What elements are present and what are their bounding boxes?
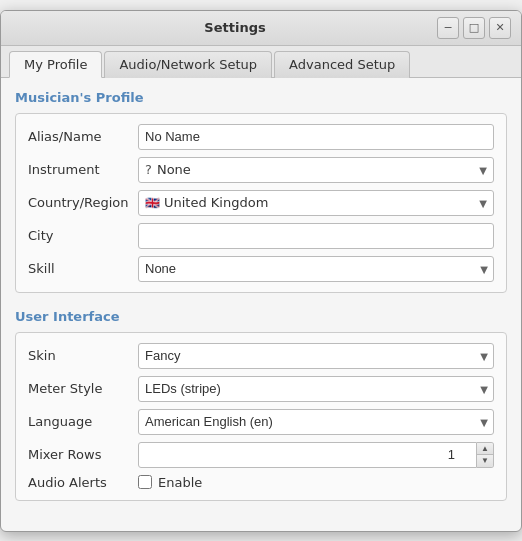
city-control [138, 223, 494, 249]
instrument-icon: ? [145, 162, 152, 177]
country-select[interactable]: 🇬🇧 United Kingdom ▼ [138, 190, 494, 216]
country-label: Country/Region [28, 195, 138, 210]
titlebar: Settings − □ ✕ [1, 11, 521, 46]
language-row: Language American English (en) British E… [28, 409, 494, 435]
meter-style-control: LEDs (stripe) LEDs (block) Classic ▼ [138, 376, 494, 402]
titlebar-controls: − □ ✕ [437, 17, 511, 39]
language-control: American English (en) British English (e… [138, 409, 494, 435]
spinner-up-button[interactable]: ▲ [477, 443, 493, 456]
tab-audio-network-setup[interactable]: Audio/Network Setup [104, 51, 272, 78]
alias-control [138, 124, 494, 150]
enable-label[interactable]: Enable [158, 475, 202, 490]
skill-label: Skill [28, 261, 138, 276]
skin-select[interactable]: Fancy Classic Dark [138, 343, 494, 369]
instrument-control: ? None ▼ [138, 157, 494, 183]
country-row: Country/Region 🇬🇧 United Kingdom ▼ [28, 190, 494, 216]
country-value: United Kingdom [164, 195, 487, 210]
enable-checkbox-wrapper: Enable [138, 475, 494, 490]
city-row: City [28, 223, 494, 249]
language-select-wrapper: American English (en) British English (e… [138, 409, 494, 435]
tab-advanced-setup[interactable]: Advanced Setup [274, 51, 410, 78]
user-interface-box: Skin Fancy Classic Dark ▼ [15, 332, 507, 501]
settings-window: Settings − □ ✕ My Profile Audio/Network … [0, 10, 522, 532]
instrument-value: None [157, 162, 487, 177]
tabs-bar: My Profile Audio/Network Setup Advanced … [1, 46, 521, 78]
skill-row: Skill None Beginner Intermediate Advance… [28, 256, 494, 282]
instrument-row: Instrument ? None ▼ [28, 157, 494, 183]
alias-row: Alias/Name [28, 124, 494, 150]
maximize-button[interactable]: □ [463, 17, 485, 39]
skill-control: None Beginner Intermediate Advanced Expe… [138, 256, 494, 282]
window-title: Settings [33, 20, 437, 35]
mixer-rows-spinner: ▲ ▼ [138, 442, 494, 468]
user-interface-section: User Interface Skin Fancy Classic Dark ▼ [15, 309, 507, 501]
instrument-select[interactable]: ? None ▼ [138, 157, 494, 183]
musician-profile-title: Musician's Profile [15, 90, 507, 105]
skill-select[interactable]: None Beginner Intermediate Advanced Expe… [138, 256, 494, 282]
mixer-rows-control: ▲ ▼ [138, 442, 494, 468]
skin-select-wrapper: Fancy Classic Dark ▼ [138, 343, 494, 369]
meter-select-wrapper: LEDs (stripe) LEDs (block) Classic ▼ [138, 376, 494, 402]
spinner-down-button[interactable]: ▼ [477, 455, 493, 467]
city-input[interactable] [138, 223, 494, 249]
audio-alerts-label: Audio Alerts [28, 475, 138, 490]
mixer-rows-label: Mixer Rows [28, 447, 138, 462]
content-area: Musician's Profile Alias/Name Instrument [1, 78, 521, 531]
country-control: 🇬🇧 United Kingdom ▼ [138, 190, 494, 216]
close-button[interactable]: ✕ [489, 17, 511, 39]
instrument-select-wrapper: ? None ▼ [138, 157, 494, 183]
skin-control: Fancy Classic Dark ▼ [138, 343, 494, 369]
user-interface-title: User Interface [15, 309, 507, 324]
mixer-rows-input[interactable] [138, 442, 477, 468]
spinner-buttons: ▲ ▼ [477, 442, 494, 468]
language-select[interactable]: American English (en) British English (e… [138, 409, 494, 435]
language-label: Language [28, 414, 138, 429]
country-select-wrapper: 🇬🇧 United Kingdom ▼ [138, 190, 494, 216]
instrument-label: Instrument [28, 162, 138, 177]
minimize-button[interactable]: − [437, 17, 459, 39]
meter-style-row: Meter Style LEDs (stripe) LEDs (block) C… [28, 376, 494, 402]
skill-select-wrapper: None Beginner Intermediate Advanced Expe… [138, 256, 494, 282]
alias-label: Alias/Name [28, 129, 138, 144]
country-flag: 🇬🇧 [145, 196, 160, 210]
mixer-rows-row: Mixer Rows ▲ ▼ [28, 442, 494, 468]
alias-input[interactable] [138, 124, 494, 150]
musician-profile-box: Alias/Name Instrument ? None ▼ [15, 113, 507, 293]
audio-alerts-control: Enable [138, 475, 494, 490]
city-label: City [28, 228, 138, 243]
tab-my-profile[interactable]: My Profile [9, 51, 102, 78]
meter-select[interactable]: LEDs (stripe) LEDs (block) Classic [138, 376, 494, 402]
enable-checkbox[interactable] [138, 475, 152, 489]
skin-row: Skin Fancy Classic Dark ▼ [28, 343, 494, 369]
meter-style-label: Meter Style [28, 381, 138, 396]
musician-profile-section: Musician's Profile Alias/Name Instrument [15, 90, 507, 293]
skin-label: Skin [28, 348, 138, 363]
audio-alerts-row: Audio Alerts Enable [28, 475, 494, 490]
